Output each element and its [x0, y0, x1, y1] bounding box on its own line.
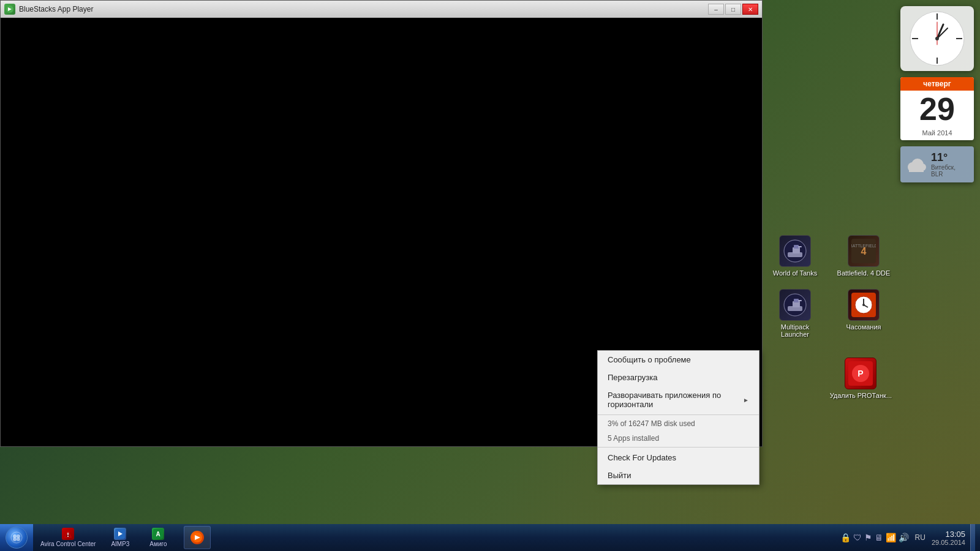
chasomia-icon [848, 289, 880, 321]
delete-icon: P [845, 358, 876, 389]
context-info-apps: 5 Apps installed [598, 431, 759, 446]
tray-icon-volume[interactable]: 🔊 [899, 533, 909, 542]
window-title-text: BlueStacks App Player [19, 5, 93, 13]
svg-point-32 [862, 304, 865, 306]
amigo-label: Амиго [149, 541, 167, 547]
taskbar-item-aimp3[interactable]: AIMP3 [102, 526, 138, 549]
svg-rect-27 [798, 300, 802, 301]
desktop-icon-delete[interactable]: P Удалить PROТанк... [827, 355, 894, 402]
taskbar-item-avira[interactable]: Avira Control Center [36, 526, 100, 549]
window-titlebar: BlueStacks App Player – □ ✕ [1, 1, 762, 18]
calendar-day-number: 29 [900, 91, 974, 127]
calendar-widget[interactable]: четверг 29 Май 2014 [900, 77, 974, 140]
tray-icons: 🔒 🛡 ⚑ 🖥 📶 🔊 [840, 533, 909, 542]
window-title-left: BlueStacks App Player [4, 4, 93, 15]
svg-text:P: P [858, 369, 864, 378]
context-menu-item-exit[interactable]: Выйти [598, 467, 759, 484]
avira-icon [62, 528, 74, 540]
context-menu-item-rotate[interactable]: Разворачивать приложения по горизонтали … [598, 386, 759, 413]
clock-date: 29.05.2014 [932, 539, 965, 546]
sidebar-widgets: четверг 29 Май 2014 11° Витебск, BLR [900, 6, 974, 182]
avira-label: Avira Control Center [40, 541, 96, 547]
close-button[interactable]: ✕ [742, 4, 758, 15]
show-desktop-button[interactable] [970, 524, 975, 551]
svg-text:A: A [156, 531, 160, 538]
window-controls: – □ ✕ [708, 4, 758, 15]
svg-rect-19 [798, 246, 802, 247]
start-button[interactable] [0, 524, 33, 551]
multipack-icon [779, 289, 811, 321]
svg-point-10 [935, 37, 939, 40]
desktop-icon-container-delete: P Удалить PROТанк... [827, 355, 894, 402]
desktop-icon-multipack[interactable]: Multipack Launcher [764, 287, 826, 340]
context-menu-item-reboot[interactable]: Перезагрузка [598, 369, 759, 386]
svg-point-36 [11, 532, 22, 543]
svg-text:BATTLEFIELD: BATTLEFIELD [851, 244, 876, 248]
svg-point-44 [67, 536, 69, 537]
desktop-icon-bf4[interactable]: 4 BATTLEFIELD Battlefield. 4 DDE [833, 233, 894, 279]
weather-city: Витебск, BLR [931, 164, 969, 178]
weather-temperature: 11° [931, 151, 969, 164]
taskbar-right: 🔒 🛡 ⚑ 🖥 📶 🔊 RU 13:05 29.05.2014 [835, 524, 980, 551]
tray-icon-network[interactable]: 🔒 [840, 533, 851, 542]
taskbar: Avira Control Center AIMP3 A [0, 524, 980, 551]
wot-label: World of Tanks [773, 269, 817, 277]
multipack-label: Multipack Launcher [767, 323, 823, 338]
context-info-disk: 3% of 16247 MB disk used [598, 416, 759, 431]
minimize-button[interactable]: – [708, 4, 724, 15]
bf4-label: Battlefield. 4 DDE [837, 269, 891, 277]
bluestacks-app-icon [4, 4, 15, 15]
taskbar-running-bluestacks[interactable] [184, 526, 211, 549]
context-menu-separator-2 [598, 447, 759, 448]
taskbar-clock[interactable]: 13:05 29.05.2014 [932, 530, 965, 546]
context-menu-separator-1 [598, 414, 759, 415]
weather-icon [905, 156, 927, 173]
tray-icon-monitor[interactable]: 🖥 [875, 533, 883, 542]
svg-rect-26 [794, 299, 799, 302]
svg-point-40 [17, 538, 20, 541]
chasomia-label: Часомания [846, 323, 881, 331]
context-menu-item-updates[interactable]: Check For Updates [598, 449, 759, 467]
taskbar-items: Avira Control Center AIMP3 A [33, 524, 179, 551]
bluestacks-taskbar-icon [190, 531, 204, 544]
aimp3-label: AIMP3 [111, 541, 129, 547]
language-indicator[interactable]: RU [913, 533, 928, 542]
calendar-day-name: четверг [900, 77, 974, 91]
desktop-icon-chasomia[interactable]: Часомания [833, 287, 894, 340]
calendar-month-year: Май 2014 [900, 127, 974, 140]
svg-rect-14 [909, 167, 924, 172]
tray-icon-flag[interactable]: ⚑ [864, 533, 872, 542]
clock-time: 13:05 [945, 530, 965, 539]
analog-clock [910, 11, 965, 66]
wot-icon [779, 235, 811, 267]
context-menu: Сообщить о проблеме Перезагрузка Развора… [597, 350, 760, 485]
desktop-icon-wot[interactable]: World of Tanks [764, 233, 826, 279]
aimp3-icon [114, 528, 126, 540]
bf4-icon: 4 BATTLEFIELD [848, 235, 880, 267]
start-orb-icon [6, 527, 28, 549]
weather-info: 11° Витебск, BLR [931, 151, 969, 178]
tray-icon-shield[interactable]: 🛡 [853, 533, 862, 542]
context-menu-item-report[interactable]: Сообщить о проблеме [598, 351, 759, 369]
maximize-button[interactable]: □ [725, 4, 741, 15]
desktop-icons-grid: World of Tanks 4 BATTLEFIELD Battlefield… [764, 233, 894, 340]
svg-point-39 [13, 538, 17, 541]
svg-rect-18 [794, 245, 799, 249]
amigo-icon: A [152, 528, 164, 540]
desktop: BlueStacks App Player – □ ✕ [0, 0, 980, 551]
clock-widget [900, 6, 974, 71]
submenu-arrow-icon: ► [743, 397, 749, 403]
tray-icon-wifi[interactable]: 📶 [886, 533, 896, 542]
taskbar-item-amigo[interactable]: A Амиго [140, 526, 176, 549]
delete-label: Удалить PROТанк... [830, 392, 892, 399]
weather-widget[interactable]: 11° Витебск, BLR [900, 146, 974, 182]
